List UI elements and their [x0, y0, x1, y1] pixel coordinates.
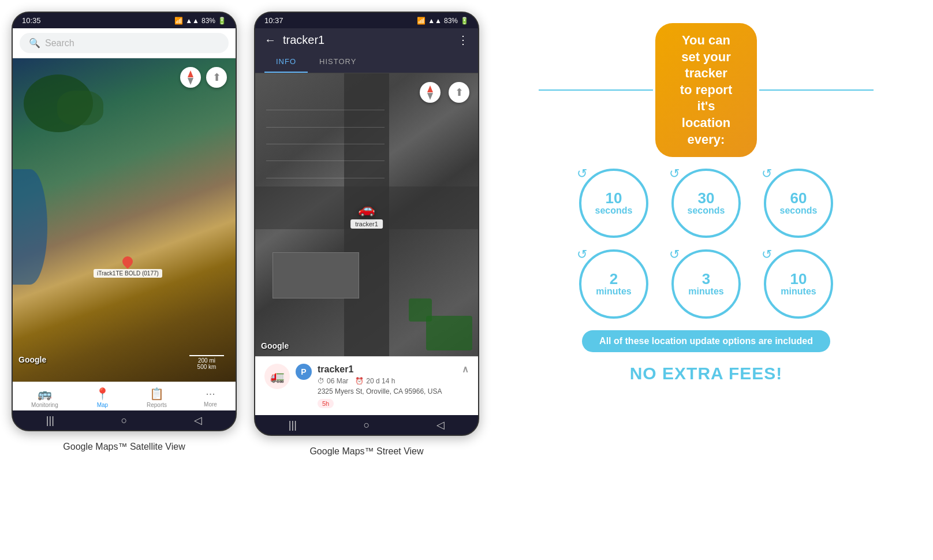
header-line1: You can set your tracker [681, 33, 731, 80]
phone1-status-bar: 10:35 📶 ▲▲ 83% 🔋 [13, 13, 236, 28]
phone1-battery-icon: 🔋 [218, 17, 226, 25]
nav-monitoring[interactable]: 🚌 Monitoring [31, 387, 58, 408]
circle-60s-value: 60 [790, 191, 807, 206]
circle-arrow-2: ↺ [669, 166, 680, 181]
phone2-tabs: INFO HISTORY [255, 51, 478, 73]
phone2-status-bar: 10:37 📶 ▲▲ 83% 🔋 [255, 13, 478, 28]
search-icon: 🔍 [29, 38, 40, 48]
timer-icon: ⏰ [355, 377, 364, 385]
included-banner: All of these location update options are… [582, 330, 830, 352]
phone2-compass[interactable] [420, 82, 441, 103]
compass2-south-icon [427, 93, 433, 100]
parking-area [266, 102, 385, 186]
phone2-battery: 83% [444, 17, 458, 25]
phone2-mockup: 10:37 📶 ▲▲ 83% 🔋 ← tracker1 ⋮ INFO HISTO… [254, 12, 479, 436]
circle-2m-value: 2 [610, 271, 618, 286]
tab-info[interactable]: INFO [264, 51, 308, 73]
marker-icon [121, 254, 135, 268]
green-area2 [409, 298, 432, 322]
tracker-info-row: 🚛 P tracker1 ∧ ⏱ 06 Mar [264, 364, 469, 408]
monitoring-icon: 🚌 [38, 387, 52, 401]
search-placeholder: Search [45, 38, 74, 48]
search-bar[interactable]: 🔍 Search [20, 33, 229, 53]
phone1-caption: Google Maps™ Satellite View [63, 442, 185, 452]
phone1-wrapper: 10:35 📶 ▲▲ 83% 🔋 🔍 Search [12, 12, 237, 452]
phone2-time: 10:37 [264, 16, 283, 25]
water-area [13, 169, 47, 285]
tracker-label: iTrack1TE BOLD (0177) [94, 269, 162, 278]
phone1-map[interactable]: ⬆ iTrack1TE BOLD (0177) Google 200 mi500… [13, 58, 236, 382]
nav-reports[interactable]: 📋 Reports [147, 387, 167, 408]
header-line2: to report it's location every: [680, 83, 732, 147]
circle-10m: ↺ 10 minutes [764, 249, 833, 319]
tracker-meta: ⏱ 06 Mar ⏰ 20 d 14 h [318, 377, 469, 385]
phone2-map[interactable]: ⬆ 🚗 tracker1 Google [255, 73, 478, 356]
circle-60s: ↺ 60 seconds [764, 169, 833, 238]
circle-2m-unit: minutes [596, 286, 631, 297]
tracker-car-marker: 🚗 tracker1 [350, 201, 383, 229]
circle-3m-unit: minutes [688, 286, 723, 297]
tracker-device-name: tracker1 [318, 364, 353, 375]
tracker-icon-box: 🚛 [264, 364, 290, 389]
map-scale: 200 mi500 km [189, 355, 224, 370]
nav-map[interactable]: 📍 Map [95, 387, 110, 408]
nav-more[interactable]: ··· More [204, 387, 217, 408]
panel-chevron[interactable]: ∧ [462, 364, 469, 375]
circle-30s-unit: seconds [688, 206, 725, 216]
circle-60s-unit: seconds [780, 206, 818, 216]
map-nav-label: Map [97, 402, 108, 408]
satellite-view: ⬆ iTrack1TE BOLD (0177) Google 200 mi500… [13, 58, 236, 382]
tracker-name-row: tracker1 ∧ [318, 364, 469, 375]
circle-3m-value: 3 [702, 271, 710, 286]
parking-stripe [266, 144, 385, 144]
tab-history[interactable]: HISTORY [308, 51, 368, 73]
phone1-search-area: 🔍 Search [13, 28, 236, 58]
parking-stripe [266, 127, 385, 128]
phone1-battery: 83% [201, 17, 215, 25]
map-brand-label: Google [18, 355, 46, 364]
info-panel: 🚛 P tracker1 ∧ ⏱ 06 Mar [255, 356, 478, 415]
circle-10m-unit: minutes [781, 286, 816, 297]
scale-text: 200 mi500 km [197, 357, 217, 370]
more-menu-button[interactable]: ⋮ [457, 33, 469, 47]
phone2-status-icons: 📶 ▲▲ 83% 🔋 [417, 17, 469, 25]
parking-stripe [266, 160, 385, 161]
compass-button[interactable] [180, 67, 201, 88]
circle-3m: ↺ 3 minutes [671, 249, 741, 319]
phones-section: 10:35 📶 ▲▲ 83% 🔋 🔍 Search [12, 12, 479, 457]
phone2-signal-icon: ▲▲ [428, 17, 442, 25]
address-row: 2325 Myers St, Oroville, CA 95966, USA [318, 387, 469, 395]
phone2-gesture-back: ||| [289, 419, 297, 431]
circle-arrow-3: ↺ [762, 166, 772, 181]
phone2-gesture-home: ○ [364, 419, 370, 431]
parking-stripe [266, 110, 385, 110]
veg-patch2 [57, 91, 103, 125]
more-icon: ··· [206, 387, 215, 400]
circle-10s-unit: seconds [595, 206, 633, 216]
car-icon: 🚗 [350, 201, 383, 217]
duration-text: 20 d 14 h [366, 377, 395, 385]
navigation-button[interactable]: ⬆ [206, 67, 227, 88]
circles-row-1: ↺ 10 seconds ↺ 30 seconds ↺ 60 seconds [579, 169, 833, 238]
meta-date: ⏱ 06 Mar [318, 377, 348, 385]
meta-duration: ⏰ 20 d 14 h [355, 377, 395, 385]
included-text: All of these location update options are… [599, 336, 813, 346]
p-circle: P [296, 364, 312, 380]
phone2-map-brand: Google [261, 341, 289, 350]
parking-stripe [266, 178, 385, 178]
circle-arrow-4: ↺ [577, 247, 587, 262]
compass2-north-icon [427, 85, 433, 92]
phone1-status-icons: 📶 ▲▲ 83% 🔋 [174, 17, 226, 25]
circle-10m-value: 10 [790, 271, 807, 286]
phone1-time: 10:35 [22, 16, 41, 25]
header-divider: You can set your tracker to report it's … [539, 23, 874, 157]
phone2-header: ← tracker1 ⋮ [255, 28, 478, 51]
phone2-nav-btn[interactable]: ⬆ [449, 82, 469, 103]
phone2-gesture-recent: ◁ [436, 419, 445, 431]
info-graphic-section: You can set your tracker to report it's … [491, 12, 921, 395]
back-button[interactable]: ← [264, 33, 276, 47]
compass-north-icon [188, 70, 193, 77]
phone1-gesture-bar: ||| ○ ◁ [13, 410, 236, 430]
tracker-title: tracker1 [283, 33, 450, 47]
phone2-battery-icon: 🔋 [460, 17, 469, 25]
